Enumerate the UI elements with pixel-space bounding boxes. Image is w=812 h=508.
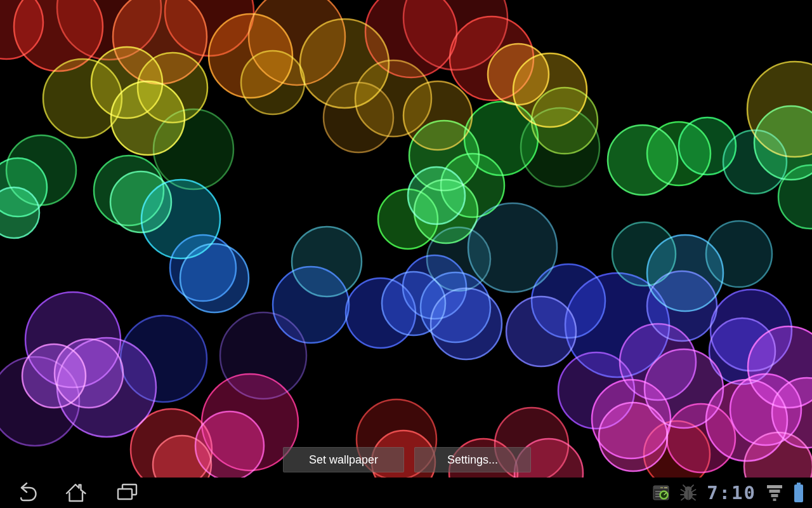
back-button[interactable] — [13, 478, 38, 508]
bokeh-circle — [532, 88, 598, 154]
adb-debug-bug-icon — [680, 484, 697, 502]
recents-button[interactable] — [114, 478, 140, 508]
recent-apps-icon — [115, 481, 139, 505]
status-area[interactable]: 7:10 — [643, 478, 812, 508]
bokeh-circle — [180, 244, 249, 312]
wallpaper-preview — [0, 0, 812, 478]
set-wallpaper-button[interactable]: Set wallpaper — [283, 447, 404, 472]
wallpaper-circles — [0, 0, 812, 478]
bokeh-circle — [706, 221, 772, 287]
settings-label: Settings... — [447, 453, 498, 467]
system-bar: 7:10 — [0, 478, 812, 508]
bokeh-circle — [154, 109, 233, 189]
preview-action-bar: Set wallpaper Settings... — [0, 447, 812, 472]
set-wallpaper-label: Set wallpaper — [309, 453, 378, 467]
nav-keys — [0, 478, 165, 508]
live-wallpaper-preview-screen: Set wallpaper Settings... — [0, 0, 812, 508]
clock: 7:10 — [707, 478, 756, 508]
bokeh-circle — [431, 288, 502, 359]
home-icon — [64, 481, 88, 505]
battery-icon — [793, 483, 804, 503]
app-monitor-icon — [653, 485, 670, 502]
back-arrow-icon — [13, 481, 37, 505]
signal-strength-icon — [766, 483, 783, 502]
home-button[interactable] — [63, 478, 89, 508]
settings-button[interactable]: Settings... — [414, 447, 531, 472]
bokeh-circle — [241, 51, 304, 114]
